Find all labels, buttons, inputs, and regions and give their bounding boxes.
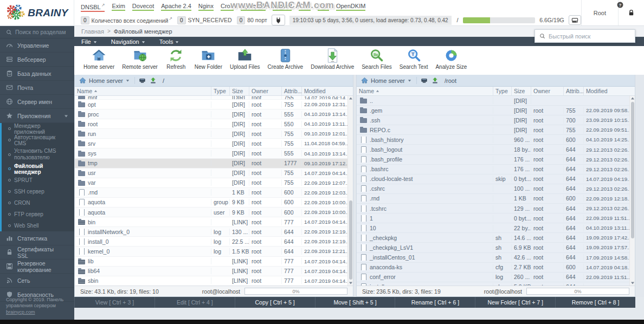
- toolbar-button[interactable]: Upload Files: [226, 48, 264, 70]
- counter-badge[interactable]: 080 порт↗: [237, 16, 267, 24]
- sidebar-item[interactable]: Web Shell: [0, 220, 74, 231]
- file-row[interactable]: conf_error log 260 ... root 644 22.09.20…: [357, 273, 629, 282]
- menu-item[interactable]: File: [81, 38, 97, 45]
- column-header[interactable]: Modified: [302, 87, 347, 95]
- parent-dir-icon[interactable]: [432, 77, 439, 84]
- file-row[interactable]: aquota user 9 KB root 600 22.09.2019 10:…: [75, 208, 347, 217]
- file-row[interactable]: 1 0 byt... root 644 22.09.2019 11:51...: [357, 213, 629, 223]
- file-row[interactable]: tmp [DIR] root 1777 09.10.2019 17:12...: [75, 159, 347, 169]
- service-link[interactable]: Dovecot↗: [132, 3, 154, 11]
- sidebar-item[interactable]: Сеть: [0, 274, 74, 288]
- breadcrumb-home[interactable]: Главная: [81, 28, 104, 35]
- file-row[interactable]: install_0 log 22.5 ... root 644 22.09.20…: [75, 237, 347, 247]
- file-row[interactable]: .cshrc 100 ... root 644 29.12.2013 02:26…: [357, 184, 629, 194]
- computer-icon[interactable]: [421, 77, 428, 84]
- sidebar-item[interactable]: SSH сервер: [0, 186, 74, 197]
- action-button[interactable]: View [ Ctrl + 3 ]: [74, 297, 154, 308]
- service-link[interactable]: Nginx↗: [198, 3, 214, 11]
- scroll-up-icon[interactable]: [349, 96, 353, 101]
- brand-logo[interactable]: BRAINY: [0, 0, 74, 25]
- service-link[interactable]: Apache 2.4↗: [161, 3, 191, 11]
- column-header[interactable]: Owner: [531, 87, 564, 95]
- current-user[interactable]: Root: [581, 0, 618, 25]
- toolbar-button[interactable]: Search Files: [358, 48, 396, 70]
- file-row[interactable]: lib [LINK] root 777 14.07.2019 04:14...: [75, 257, 347, 267]
- file-row[interactable]: .bashrc 176 ... root 644 29.12.2013 02:2…: [357, 165, 629, 174]
- action-button[interactable]: New Folder [ Ctrl + 7 ]: [475, 297, 555, 308]
- toolbar-button[interactable]: Refresh: [162, 48, 191, 70]
- column-header[interactable]: Type: [211, 87, 230, 95]
- server-select-dropdown[interactable]: Home server: [361, 77, 417, 84]
- file-row[interactable]: root [DIR] root 550 04.10.2019 13:11...: [75, 119, 347, 129]
- counter-badge[interactable]: 0SYN_RECEIVED↗: [177, 16, 232, 24]
- file-row[interactable]: _checkpkg sh 14.6 ... root 644 19.09.201…: [357, 233, 629, 243]
- file-row[interactable]: kernel_0 log 1.5 KB root 644 22.09.2019 …: [75, 247, 347, 256]
- file-row[interactable]: REPO.c [DIR] root 755 22.09.2019 09:51..…: [357, 125, 629, 135]
- sidebar-item[interactable]: Установить CMS пользователю: [0, 146, 74, 163]
- sidebar-item[interactable]: Почта: [0, 81, 74, 95]
- file-row[interactable]: srv [DIR] root 755 11.04.2018 04:59...: [75, 139, 347, 148]
- scrollbar-thumb[interactable]: [349, 200, 352, 280]
- left-scrollbar[interactable]: [347, 96, 353, 286]
- file-row[interactable]: .rnd 1 KB root 600 22.09.2019 12:18...: [357, 194, 629, 204]
- file-row[interactable]: mnt [DIR] root 755 14.07.2019 04:14...: [75, 96, 347, 100]
- scrollbar-thumb[interactable]: [631, 102, 634, 238]
- service-link[interactable]: DNSBL↗: [81, 3, 105, 12]
- file-row[interactable]: anaconda-ks cfg 2.7 KB root 600 14.07.20…: [357, 263, 629, 273]
- help-icon[interactable]: ?: [617, 2, 623, 8]
- action-button[interactable]: Move [ Shift + 5 ]: [315, 297, 395, 308]
- sidebar-search[interactable]: [0, 26, 74, 38]
- file-row[interactable]: install sh 5.0 KB root 644 22.09.2019 ..…: [357, 282, 629, 286]
- column-header[interactable]: Type: [493, 87, 512, 95]
- sidebar-item[interactable]: Сертификаты SSL: [0, 245, 74, 260]
- column-header[interactable]: Attrib...: [282, 87, 302, 95]
- file-row[interactable]: .bash_history 960 ... root 600 04.10.201…: [357, 135, 629, 145]
- sidebar-item[interactable]: CRON: [0, 197, 74, 209]
- column-header[interactable]: Name: [75, 87, 211, 95]
- toolbar-button[interactable]: Remote server: [118, 48, 162, 70]
- file-row[interactable]: proc [DIR] root 555 04.10.2019 13:14...: [75, 109, 347, 119]
- file-row[interactable]: opt [DIR] root 755 22.09.2019 12:31...: [75, 100, 347, 109]
- sidebar-item[interactable]: Приложения: [0, 109, 74, 123]
- scroll-down-icon[interactable]: [349, 281, 353, 285]
- file-row[interactable]: lib64 [LINK] root 777 14.07.2019 04:14..…: [75, 267, 347, 276]
- sidebar-item[interactable]: Резервное копирование: [0, 260, 74, 274]
- action-button[interactable]: Remove [ Ctrl + 8 ]: [555, 297, 635, 308]
- file-row[interactable]: .bash_profile 176 ... root 644 29.12.201…: [357, 155, 629, 165]
- column-header[interactable]: Name: [357, 87, 493, 95]
- sidebar-item[interactable]: Управление: [0, 38, 74, 53]
- quick-search[interactable]: [534, 29, 635, 43]
- file-row[interactable]: .tcshrc 129 ... root 644 29.12.2013 02:2…: [357, 204, 629, 213]
- toolbar-button[interactable]: Analyze Size: [432, 48, 471, 70]
- file-row[interactable]: .cloud-locale-test skip 0 byt... root 64…: [357, 174, 629, 184]
- file-row[interactable]: aquota group 9 KB root 600 22.09.2019 10…: [75, 198, 347, 208]
- sidebar-item[interactable]: Статистика: [0, 231, 74, 245]
- file-row[interactable]: .bash_logout 18 by... root 644 29.12.201…: [357, 145, 629, 154]
- file-row[interactable]: _installCentos_01 sh 42.6 ... root 644 1…: [357, 253, 629, 263]
- file-row[interactable]: var [DIR] root 755 22.09.2019 12:07...: [75, 178, 347, 188]
- sidebar-item[interactable]: Файловый менеджер: [0, 163, 74, 174]
- sidebar-item[interactable]: SPRUT: [0, 174, 74, 186]
- file-row[interactable]: sbin [LINK] root 777 14.07.2019 04:14...: [75, 276, 347, 286]
- file-row[interactable]: bin [LINK] root 777 14.07.2019 04:14...: [75, 217, 347, 227]
- file-row[interactable]: installNetwork_0 log 130 ... root 644 22…: [75, 227, 347, 237]
- scroll-down-icon[interactable]: [630, 281, 635, 285]
- file-row[interactable]: _checkpkg_LsV1 sh 6.9 KB root 644 19.09.…: [357, 243, 629, 252]
- sidebar-item[interactable]: База данных: [0, 67, 74, 81]
- column-header[interactable]: Owner: [249, 87, 282, 95]
- file-row[interactable]: .ssh [DIR] root 700 23.09.2019 10:15...: [357, 115, 629, 125]
- column-header[interactable]: Modified: [584, 87, 629, 95]
- file-row[interactable]: usr [DIR] root 755 14.07.2019 04:14...: [75, 169, 347, 178]
- service-link[interactable]: OpenDKIM↗: [336, 3, 365, 11]
- brainycp-link[interactable]: brainycp.com: [6, 309, 35, 315]
- right-scrollbar[interactable]: [629, 96, 635, 286]
- file-row[interactable]: .. [DIR]: [357, 96, 629, 106]
- toolbar-button[interactable]: Create Archive: [264, 48, 307, 70]
- column-header[interactable]: Size: [230, 87, 249, 95]
- action-button[interactable]: Edit [ Ctrl + 4 ]: [154, 297, 235, 308]
- action-button[interactable]: Copy [ Ctrl + 5 ]: [235, 297, 315, 308]
- sidebar-search-input[interactable]: [15, 29, 69, 35]
- parent-dir-icon[interactable]: [150, 77, 157, 84]
- service-link[interactable]: Exim↗: [112, 3, 125, 11]
- sidebar-item[interactable]: Менеджер приложений: [0, 123, 74, 134]
